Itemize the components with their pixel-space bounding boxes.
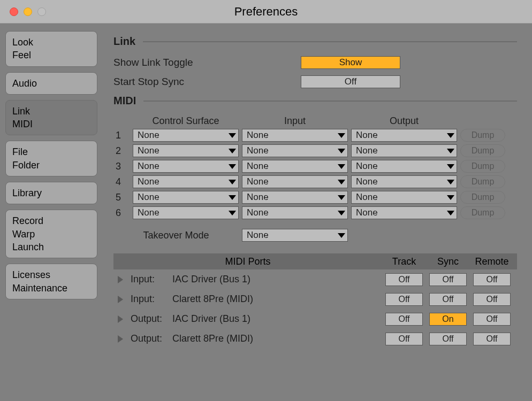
chevron-down-icon bbox=[447, 149, 454, 153]
dropdown-in[interactable]: None bbox=[242, 144, 348, 157]
chevron-down-icon bbox=[447, 211, 454, 215]
chevron-down-icon bbox=[447, 180, 454, 184]
dropdown-in[interactable]: None bbox=[242, 129, 348, 142]
dropdown-cs[interactable]: None bbox=[133, 144, 239, 157]
control-surface-row: 6NoneNoneNoneDump bbox=[113, 206, 517, 219]
dropdown-out[interactable]: None bbox=[351, 206, 457, 219]
header-control-surface: Control Surface bbox=[133, 115, 239, 127]
remote-toggle[interactable]: Off bbox=[473, 273, 511, 286]
track-toggle[interactable]: Off bbox=[385, 333, 423, 345]
dropdown-cs[interactable]: None bbox=[133, 175, 239, 188]
port-name: Clarett 8Pre (MIDI) bbox=[172, 333, 382, 344]
row-number: 4 bbox=[113, 176, 130, 188]
dropdown-value: None bbox=[138, 192, 159, 203]
remote-toggle[interactable]: Off bbox=[473, 313, 511, 326]
chevron-down-icon bbox=[447, 133, 454, 138]
show-link-toggle-row: Show Link Toggle Show bbox=[113, 56, 517, 69]
dropdown-value: None bbox=[138, 161, 159, 172]
remote-toggle[interactable]: Off bbox=[473, 333, 511, 345]
chevron-down-icon bbox=[338, 149, 345, 153]
header-remote: Remote bbox=[470, 256, 514, 267]
divider bbox=[143, 101, 517, 102]
sidebar-item-2[interactable]: LinkMIDI bbox=[5, 100, 97, 136]
start-stop-sync-row: Start Stop Sync Off bbox=[113, 75, 517, 88]
dump-button: Dump bbox=[460, 206, 505, 219]
section-link: Link bbox=[113, 35, 517, 48]
dump-button: Dump bbox=[460, 129, 505, 142]
sidebar-item-6[interactable]: LicensesMaintenance bbox=[5, 264, 97, 299]
chevron-down-icon bbox=[229, 149, 236, 153]
dropdown-in[interactable]: None bbox=[242, 160, 348, 173]
track-toggle[interactable]: Off bbox=[385, 273, 423, 286]
disclosure-triangle-icon[interactable] bbox=[118, 276, 123, 283]
section-midi-label: MIDI bbox=[113, 95, 136, 107]
sidebar-item-4[interactable]: Library bbox=[5, 182, 97, 204]
track-toggle[interactable]: Off bbox=[385, 313, 423, 326]
chevron-down-icon bbox=[338, 180, 345, 184]
dropdown-cs[interactable]: None bbox=[133, 160, 239, 173]
takeover-mode-dropdown[interactable]: None bbox=[242, 229, 348, 242]
dropdown-in[interactable]: None bbox=[242, 206, 348, 219]
dropdown-value: None bbox=[247, 130, 269, 141]
sidebar-item-label: Link bbox=[12, 105, 90, 118]
sidebar-item-label: Licenses bbox=[12, 268, 90, 281]
row-number: 6 bbox=[113, 207, 130, 219]
dropdown-out[interactable]: None bbox=[351, 144, 457, 157]
sidebar-item-label: Library bbox=[12, 187, 90, 199]
sidebar-item-0[interactable]: LookFeel bbox=[5, 31, 97, 67]
start-stop-sync-button[interactable]: Off bbox=[301, 75, 400, 88]
chevron-down-icon bbox=[447, 195, 454, 200]
control-surface-row: 3NoneNoneNoneDump bbox=[113, 160, 517, 173]
sync-toggle[interactable]: Off bbox=[429, 273, 467, 286]
chevron-down-icon bbox=[229, 133, 236, 138]
sidebar-item-label: Look bbox=[12, 36, 90, 49]
dropdown-value: None bbox=[247, 176, 269, 187]
dump-button: Dump bbox=[460, 160, 505, 173]
track-toggle[interactable]: Off bbox=[385, 293, 423, 306]
dropdown-cs[interactable]: None bbox=[133, 206, 239, 219]
sidebar-item-1[interactable]: Audio bbox=[5, 72, 97, 95]
close-icon[interactable] bbox=[10, 7, 18, 16]
sync-toggle[interactable]: On bbox=[429, 313, 467, 326]
sync-toggle[interactable]: Off bbox=[429, 333, 467, 345]
port-direction: Input: bbox=[131, 274, 172, 285]
sidebar-item-label: Launch bbox=[12, 241, 90, 253]
sidebar-item-5[interactable]: RecordWarpLaunch bbox=[5, 210, 97, 258]
disclosure-triangle-icon[interactable] bbox=[118, 315, 123, 323]
remote-toggle[interactable]: Off bbox=[473, 293, 511, 306]
disclosure-triangle-icon[interactable] bbox=[118, 296, 123, 303]
takeover-mode-label: Takeover Mode bbox=[113, 230, 239, 241]
dropdown-out[interactable]: None bbox=[351, 175, 457, 188]
sidebar-item-label: Record bbox=[12, 214, 90, 227]
dropdown-cs[interactable]: None bbox=[133, 191, 239, 204]
control-surface-row: 1NoneNoneNoneDump bbox=[113, 129, 517, 142]
titlebar: Preferences bbox=[0, 0, 532, 24]
dropdown-in[interactable]: None bbox=[242, 191, 348, 204]
midi-port-row: Output:IAC Driver (Bus 1)OffOnOff bbox=[113, 309, 517, 329]
control-surface-row: 4NoneNoneNoneDump bbox=[113, 175, 517, 188]
disclosure-triangle-icon[interactable] bbox=[118, 335, 123, 343]
chevron-down-icon bbox=[229, 211, 236, 215]
dropdown-in[interactable]: None bbox=[242, 175, 348, 188]
dump-button: Dump bbox=[460, 144, 505, 157]
window-title: Preferences bbox=[0, 5, 532, 19]
sync-toggle[interactable]: Off bbox=[429, 293, 467, 306]
control-surface-row: 5NoneNoneNoneDump bbox=[113, 191, 517, 204]
dropdown-out[interactable]: None bbox=[351, 160, 457, 173]
control-surface-row: 2NoneNoneNoneDump bbox=[113, 144, 517, 157]
dropdown-value: None bbox=[138, 145, 159, 156]
chevron-down-icon bbox=[229, 195, 236, 200]
dropdown-cs[interactable]: None bbox=[133, 129, 239, 142]
minimize-icon[interactable] bbox=[24, 7, 32, 16]
midi-port-row: Input:IAC Driver (Bus 1)OffOffOff bbox=[113, 269, 517, 289]
takeover-mode-value: None bbox=[247, 230, 269, 241]
sidebar-item-3[interactable]: FileFolder bbox=[5, 141, 97, 176]
dropdown-value: None bbox=[247, 207, 269, 218]
dropdown-out[interactable]: None bbox=[351, 191, 457, 204]
midi-ports-title: MIDI Ports bbox=[113, 256, 382, 267]
header-track: Track bbox=[382, 256, 426, 267]
dropdown-value: None bbox=[247, 192, 269, 203]
show-link-toggle-button[interactable]: Show bbox=[301, 56, 400, 69]
dropdown-value: None bbox=[356, 176, 378, 187]
dropdown-out[interactable]: None bbox=[351, 129, 457, 142]
